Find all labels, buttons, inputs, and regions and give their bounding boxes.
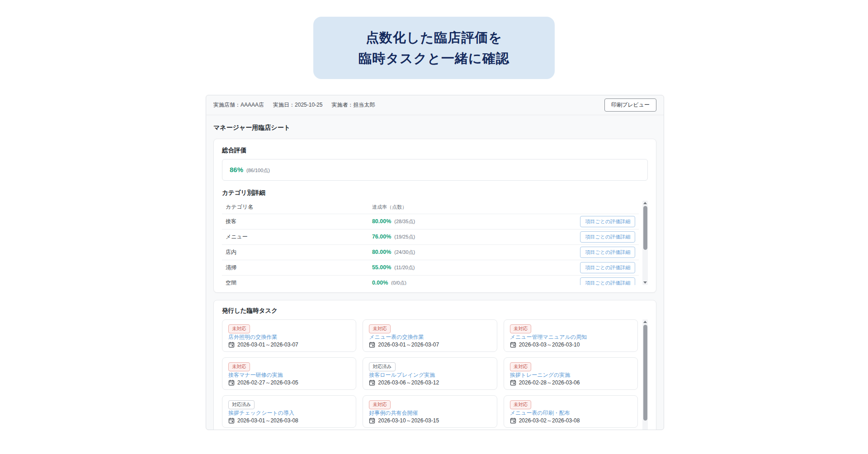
task-card: 未対応 好事例の共有会開催 2026-03-10～2026-03-15 [363,395,497,428]
table-row: 店内 80.00% (24/30点) 項目ごとの評価詳細 [222,245,639,260]
table-row: 空間 0.00% (0/0点) 項目ごとの評価詳細 [222,276,639,285]
scroll-down-arrow-icon[interactable] [643,430,647,430]
evaluation-card: 総合評価 86% (86/100点) カテゴリ別詳細 カテゴリ名 達成率（点数）… [213,139,656,293]
category-rate: 80.00% [372,249,391,255]
info-banner: 点数化した臨店評価を 臨時タスクと一緒に確認 [313,17,555,79]
item-detail-button[interactable]: 項目ごとの評価詳細 [580,277,635,285]
visit-store: 実施店舗：AAAAA店 [213,101,264,109]
scroll-down-arrow-icon[interactable] [643,281,647,284]
task-card: 未対応 メニュー表の交換作業 2026-03-01～2026-03-07 [363,319,497,352]
task-status-badge: 対応済み [369,362,395,371]
tasks-card: 発行した臨時タスク 未対応 店外照明の交換作業 [213,300,656,430]
table-row: メニュー 76.00% (19/25点) 項目ごとの評価詳細 [222,229,639,245]
calendar-icon [369,379,375,386]
scroll-up-arrow-icon[interactable] [643,202,647,204]
task-card: 未対応 メニュー表の印刷・配布 2026-03-02～2026-03-08 [504,395,638,428]
task-title-link[interactable]: 挨拶チェックシートの導入 [228,409,350,417]
task-card: 対応済み 挨拶チェックシートの導入 2026-03-01～2026-03-08 [222,395,356,428]
overall-score-percent: 86% [230,166,243,173]
category-table: カテゴリ名 達成率（点数） 接客 80.00% (28/35点) 項目ごとの評価… [222,201,648,285]
task-status-badge: 未対応 [510,324,532,333]
banner-line-1: 点数化した臨店評価を [366,27,502,48]
task-card: 未対応 店外照明の交換作業 2026-03-01～2026-03-07 [222,319,356,352]
category-points: (0/0点) [391,280,406,285]
table-scrollbar[interactable] [642,201,648,285]
calendar-icon [510,379,516,386]
task-period: 2026-03-01～2026-03-07 [237,341,298,349]
category-name: 店内 [222,248,372,256]
print-preview-button[interactable]: 印刷プレビュー [604,98,656,112]
visit-meta: 実施店舗：AAAAA店 実施日：2025-10-25 実施者：担当太郎 [213,101,375,109]
item-detail-button[interactable]: 項目ごとの評価詳細 [580,247,635,258]
task-status-badge: 未対応 [228,324,250,333]
calendar-icon [369,342,375,348]
overall-score-points: (86/100点) [246,167,270,174]
category-name: メニュー [222,233,372,241]
tasks-grid: 未対応 店外照明の交換作業 2026-03-01～2026-03-07 [222,319,638,428]
tasks-scroll-area: 未対応 店外照明の交換作業 2026-03-01～2026-03-07 [222,319,648,430]
task-title-link[interactable]: 接客マナー研修の実施 [228,371,350,379]
task-period: 2026-03-06～2026-03-12 [378,379,439,387]
task-title-link[interactable]: メニュー表の印刷・配布 [510,409,632,417]
task-card: 未対応 接客マナー研修の実施 2026-02-27～2026-03-05 [222,357,356,390]
category-name: 清掃 [222,264,372,271]
overall-score-title: 総合評価 [222,146,648,154]
scrollbar-thumb[interactable] [643,325,647,421]
category-points: (24/30点) [394,249,415,256]
panel-header: 実施店舗：AAAAA店 実施日：2025-10-25 実施者：担当太郎 印刷プレ… [206,95,664,115]
calendar-icon [510,342,516,348]
task-title-link[interactable]: メニュー表の交換作業 [369,333,491,341]
category-name: 接客 [222,218,372,225]
task-card: 未対応 挨拶トレーニングの実施 2026-02-28～2026-03-06 [504,357,638,390]
scroll-up-arrow-icon[interactable] [643,321,647,323]
category-rate: 55.00% [372,264,391,271]
calendar-icon [228,379,235,386]
category-table-header: カテゴリ名 達成率（点数） [222,201,639,214]
item-detail-button[interactable]: 項目ごとの評価詳細 [580,216,635,227]
task-status-badge: 対応済み [228,400,255,409]
table-row: 接客 80.00% (28/35点) 項目ごとの評価詳細 [222,214,639,229]
category-points: (19/25点) [394,234,415,240]
table-row: 清掃 55.00% (11/20点) 項目ごとの評価詳細 [222,260,639,276]
category-points: (28/35点) [394,218,415,225]
task-status-badge: 未対応 [369,324,391,333]
item-detail-button[interactable]: 項目ごとの評価詳細 [580,262,635,273]
visit-sheet-panel: 実施店舗：AAAAA店 実施日：2025-10-25 実施者：担当太郎 印刷プレ… [206,95,664,430]
overall-score-box: 86% (86/100点) [222,159,648,181]
category-detail-title: カテゴリ別詳細 [222,189,648,197]
task-title-link[interactable]: 店外照明の交換作業 [228,333,350,341]
task-period: 2026-03-03～2026-03-10 [519,341,580,349]
task-card: 対応済み 接客ロールプレイング実施 2026-03-06～2026-03-12 [363,357,497,390]
task-period: 2026-03-01～2026-03-08 [237,417,298,425]
category-rate: 80.00% [372,218,391,225]
tasks-section-title: 発行した臨時タスク [222,307,648,315]
task-title-link[interactable]: 好事例の共有会開催 [369,409,491,417]
item-detail-button[interactable]: 項目ごとの評価詳細 [580,231,635,243]
task-title-link[interactable]: メニュー管理マニュアルの周知 [510,333,632,341]
tasks-scrollbar[interactable] [642,319,648,430]
task-period: 2026-02-28～2026-03-06 [519,379,580,387]
task-status-badge: 未対応 [510,362,532,371]
task-period: 2026-03-02～2026-03-08 [519,417,580,425]
task-period: 2026-03-10～2026-03-15 [378,417,439,425]
category-points: (11/20点) [394,264,415,271]
col-category-name: カテゴリ名 [222,203,372,211]
category-rate: 76.00% [372,234,391,240]
calendar-icon [369,417,375,424]
page-title: マネージャー用臨店シート [206,115,664,139]
calendar-icon [510,417,516,424]
col-achievement-rate: 達成率（点数） [372,204,407,211]
task-period: 2026-03-01～2026-03-07 [378,341,439,349]
calendar-icon [228,417,235,424]
task-title-link[interactable]: 接客ロールプレイング実施 [369,371,491,379]
task-status-badge: 未対応 [228,362,250,371]
visit-date: 実施日：2025-10-25 [273,101,322,109]
category-rate: 0.00% [372,280,388,285]
task-title-link[interactable]: 挨拶トレーニングの実施 [510,371,632,379]
task-status-badge: 未対応 [369,400,391,409]
banner-line-2: 臨時タスクと一緒に確認 [359,48,509,69]
visit-person: 実施者：担当太郎 [331,101,375,109]
task-status-badge: 未対応 [510,400,532,409]
scrollbar-thumb[interactable] [643,206,647,250]
calendar-icon [228,342,235,348]
